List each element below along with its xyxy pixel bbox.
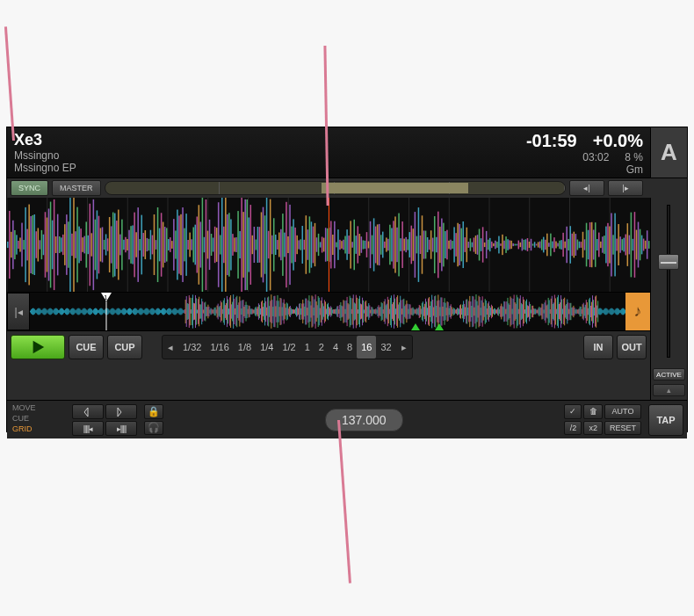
- svg-rect-157: [259, 227, 261, 263]
- svg-rect-875: [481, 308, 481, 315]
- svg-rect-784: [398, 304, 399, 318]
- svg-rect-730: [350, 296, 351, 328]
- loop-size-4[interactable]: 4: [329, 336, 343, 359]
- svg-rect-711: [332, 309, 333, 313]
- svg-rect-856: [463, 301, 464, 322]
- svg-rect-381: [34, 309, 35, 314]
- svg-rect-671: [296, 307, 297, 317]
- svg-rect-111: [177, 210, 178, 280]
- loop-size-2[interactable]: 2: [314, 336, 329, 359]
- svg-rect-122: [197, 216, 199, 272]
- pitch-fader[interactable]: [658, 254, 679, 270]
- svg-rect-351: [605, 227, 607, 264]
- grid-delete-button[interactable]: 🗑: [583, 404, 603, 419]
- svg-rect-16: [7, 242, 9, 248]
- bpm-double-button[interactable]: x2: [583, 421, 603, 436]
- mode-grid[interactable]: GRID: [12, 424, 63, 434]
- svg-rect-1022: [613, 309, 614, 314]
- svg-rect-286: [489, 238, 491, 251]
- svg-rect-962: [559, 304, 560, 319]
- svg-rect-160: [264, 215, 266, 273]
- pitch-track[interactable]: [667, 205, 670, 358]
- svg-rect-399: [51, 308, 52, 315]
- loop-size-1-8[interactable]: 1/8: [234, 336, 256, 359]
- loop-size-1[interactable]: 1: [300, 336, 314, 359]
- grid-set-right[interactable]: [105, 404, 137, 419]
- phase-meter[interactable]: [105, 181, 566, 195]
- svg-rect-522: [162, 309, 163, 315]
- loop-size-1-2[interactable]: 1/2: [278, 336, 300, 359]
- tempo-offset[interactable]: +0.0%: [577, 131, 643, 151]
- svg-rect-882: [487, 308, 488, 315]
- cue-button[interactable]: CUE: [69, 335, 104, 359]
- svg-rect-240: [407, 239, 408, 250]
- deck-a: Xe3 Mssingno Mssingno EP -01:59 +0.0% 03…: [6, 127, 688, 432]
- svg-rect-276: [472, 243, 474, 248]
- tempo-range[interactable]: 8 %: [625, 151, 643, 163]
- active-button[interactable]: ACTIVE: [653, 368, 685, 380]
- svg-rect-1031: [621, 308, 622, 314]
- loop-size-1-32[interactable]: 1/32: [178, 336, 206, 359]
- loop-size-up[interactable]: ▸: [396, 342, 412, 353]
- grid-store-button[interactable]: ✓: [564, 404, 582, 419]
- svg-rect-514: [155, 310, 155, 313]
- auto-button[interactable]: AUTO: [604, 404, 641, 419]
- svg-rect-659: [286, 308, 286, 315]
- svg-rect-452: [98, 310, 99, 314]
- svg-rect-52: [71, 234, 73, 256]
- svg-rect-330: [567, 239, 569, 250]
- cue-marker-2[interactable]: [435, 323, 444, 330]
- loop-size-1-4[interactable]: 1/4: [256, 336, 278, 359]
- headphones-button[interactable]: 🎧: [144, 421, 163, 436]
- overview-waveform[interactable]: 1: [30, 293, 625, 330]
- svg-rect-590: [223, 301, 224, 322]
- loop-size-16[interactable]: 16: [357, 336, 376, 359]
- svg-rect-501: [142, 310, 143, 314]
- mode-move[interactable]: MOVE: [12, 402, 63, 413]
- reset-button[interactable]: RESET: [604, 421, 641, 436]
- loop-size-8[interactable]: 8: [343, 336, 357, 359]
- svg-rect-957: [554, 294, 555, 328]
- cue-marker-1[interactable]: [411, 323, 420, 330]
- svg-rect-88: [135, 232, 137, 257]
- nudge-forward-button[interactable]: |▸: [608, 180, 643, 196]
- svg-rect-859: [466, 300, 466, 324]
- svg-rect-417: [67, 308, 68, 315]
- svg-rect-125: [202, 198, 204, 292]
- svg-rect-563: [199, 297, 199, 327]
- svg-rect-188: [314, 223, 316, 266]
- loop-size-down[interactable]: ◂: [163, 342, 178, 353]
- svg-rect-596: [228, 308, 229, 315]
- grid-lock-button[interactable]: 🔒: [144, 404, 163, 419]
- svg-rect-211: [356, 236, 358, 254]
- svg-rect-250: [425, 231, 427, 259]
- main-waveform[interactable]: [7, 198, 650, 293]
- metronome-button[interactable]: ♪: [625, 293, 650, 330]
- grid-scrub-right[interactable]: ▸|||||: [105, 421, 137, 436]
- mode-cue[interactable]: CUE: [12, 413, 63, 424]
- svg-rect-410: [61, 308, 61, 315]
- svg-rect-446: [93, 309, 94, 313]
- phase-fill: [322, 183, 469, 193]
- cup-button[interactable]: CUP: [107, 335, 142, 359]
- panel-collapse-button[interactable]: ▴: [653, 384, 685, 396]
- loop-in-button[interactable]: IN: [583, 335, 613, 359]
- bpm-half-button[interactable]: /2: [564, 421, 582, 436]
- sync-button[interactable]: SYNC: [11, 180, 48, 196]
- skip-to-start-button[interactable]: |◂: [7, 293, 30, 330]
- master-button[interactable]: MASTER: [52, 180, 101, 196]
- loop-out-button[interactable]: OUT: [617, 335, 647, 359]
- loop-size-32[interactable]: 32: [376, 336, 395, 359]
- play-button[interactable]: [11, 335, 65, 359]
- svg-rect-787: [401, 300, 401, 322]
- tap-button[interactable]: TAP: [648, 404, 683, 436]
- grid-set-left[interactable]: [72, 404, 104, 419]
- overview-cursor[interactable]: 1: [101, 293, 112, 330]
- svg-rect-443: [90, 308, 91, 315]
- grid-scrub-left[interactable]: |||||◂: [72, 421, 104, 436]
- nudge-back-button[interactable]: ◂|: [569, 180, 604, 196]
- svg-rect-175: [291, 227, 293, 264]
- svg-rect-781: [395, 308, 396, 315]
- loop-size-1-16[interactable]: 1/16: [206, 336, 233, 359]
- svg-rect-822: [432, 300, 433, 323]
